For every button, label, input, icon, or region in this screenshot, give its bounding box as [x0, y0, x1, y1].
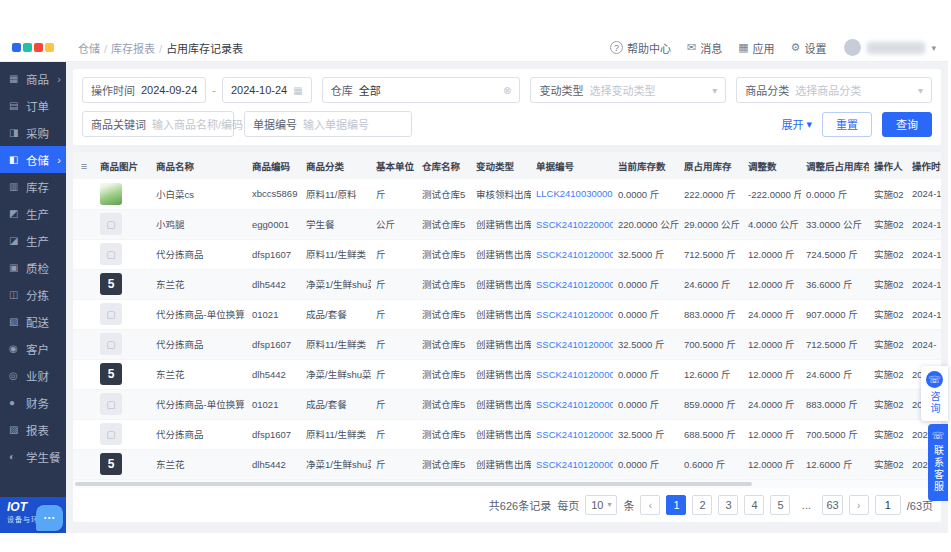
sidebar-menu: ▦商品›▤订单◨采购◧仓储›▥库存◩生产◪生产▣质检◫分拣▧配送◉客户◎业财●财…: [0, 62, 66, 497]
cell-operator: 实施02: [869, 389, 907, 419]
sidebar-item-label: 生产: [26, 233, 49, 249]
table-card: ≡ 商品图片商品名称商品编码商品分类基本单位仓库名称变动类型单据编号当前库存数原…: [73, 152, 941, 522]
next-page-button[interactable]: ›: [849, 495, 869, 515]
chevron-down-icon: ▾: [806, 118, 812, 131]
column-header: 原占用库存: [679, 152, 743, 179]
cell-original: 859.0000 斤: [679, 389, 743, 419]
doc-number-link[interactable]: SSCK24101200001: [536, 429, 613, 440]
search-button[interactable]: 查询: [882, 112, 932, 137]
date-to-input[interactable]: 2024-10-24 ▦: [222, 77, 312, 103]
doc-number-input[interactable]: 单据编号 输入单据编号: [244, 111, 412, 137]
help-button[interactable]: ?帮助中心: [610, 40, 671, 56]
cell-code: dlh5442: [247, 359, 301, 389]
cell-warehouse: 测试仓库5: [417, 419, 471, 449]
warehouse-label: 仓库: [331, 82, 353, 98]
column-settings-icon[interactable]: ≡: [81, 160, 87, 172]
reset-button[interactable]: 重置: [822, 112, 872, 137]
warehouse-select[interactable]: 仓库 全部 ⊗: [322, 77, 521, 103]
page-button-5[interactable]: 5: [770, 495, 790, 515]
user-menu[interactable]: ▾: [844, 39, 936, 56]
sidebar-item-5[interactable]: ▥库存: [0, 173, 66, 200]
cell-current: 0.0000 斤: [613, 299, 679, 329]
page-jump-input[interactable]: [875, 495, 901, 515]
keyword-input[interactable]: 商品关键词 输入商品名称/编码: [82, 111, 234, 137]
sidebar-item-label: 分拣: [26, 287, 49, 303]
prev-page-button[interactable]: ‹: [640, 495, 660, 515]
page-button-4[interactable]: 4: [744, 495, 764, 515]
cell-unit: 斤: [371, 239, 417, 269]
doc-number-link[interactable]: LLCK24100300001: [536, 188, 613, 199]
clear-icon[interactable]: ⊗: [503, 85, 511, 96]
settings-button[interactable]: ⚙设置: [791, 40, 827, 56]
doc-number-link[interactable]: SSCK24101200003: [536, 279, 613, 290]
table-header-row: ≡ 商品图片商品名称商品编码商品分类基本单位仓库名称变动类型单据编号当前库存数原…: [73, 152, 941, 179]
sidebar-item-10[interactable]: ▧配送: [0, 308, 66, 335]
app-logo[interactable]: [0, 43, 66, 52]
keyword-label: 商品关键词: [91, 116, 146, 132]
doc-number-label: 单据编号: [253, 116, 297, 132]
sidebar-item-8[interactable]: ▣质检: [0, 254, 66, 281]
chat-bubble[interactable]: ···: [36, 505, 63, 531]
doc-number-link[interactable]: SSCK24102200001: [536, 219, 613, 230]
cell-current: 0.0000 斤: [613, 269, 679, 299]
app-window: 仓储 库存报表 占用库存记录表 ?帮助中心✉消息▦应用⚙设置 ▾ ▦商品›▤订单…: [0, 34, 948, 533]
doc-number-link[interactable]: SSCK24101200002: [536, 369, 613, 380]
product-thumbnail: 5: [100, 363, 122, 385]
sidebar-item-7[interactable]: ◪生产: [0, 227, 66, 254]
page-button-2[interactable]: 2: [692, 495, 712, 515]
cell-operator: 实施02: [869, 419, 907, 449]
doc-number-link[interactable]: SSCK24101200004: [536, 249, 613, 260]
apps-button[interactable]: ▦应用: [738, 40, 774, 56]
cell-current: 220.0000 公斤: [613, 209, 679, 239]
chevron-down-icon: ▾: [918, 85, 923, 96]
horizontal-scrollbar: [73, 480, 941, 488]
page-button-3[interactable]: 3: [718, 495, 738, 515]
consult-widget[interactable]: ☏ 咨询: [921, 366, 948, 421]
change-type-select[interactable]: 变动类型 选择变动类型 ▾: [530, 77, 726, 103]
settings-label: 设置: [804, 40, 826, 56]
messages-button[interactable]: ✉消息: [687, 40, 722, 56]
column-header: 操作人: [869, 152, 907, 179]
breadcrumb-item[interactable]: 仓储: [78, 40, 100, 56]
sidebar-item-3[interactable]: ◨采购: [0, 119, 66, 146]
breadcrumb-item[interactable]: 库存报表: [104, 40, 155, 56]
sidebar-item-4[interactable]: ◧仓储›: [0, 146, 66, 173]
cell-original: 29.0000 公斤: [679, 209, 743, 239]
page-button-63[interactable]: 63: [822, 495, 842, 515]
doc-number-link[interactable]: SSCK24101200002: [536, 399, 613, 410]
doc-number-link[interactable]: SSCK24101200003: [536, 339, 613, 350]
sidebar-item-1[interactable]: ▦商品›: [0, 65, 66, 92]
product-thumbnail: ▢: [100, 213, 122, 235]
cell-operator: 实施02: [869, 449, 907, 479]
sidebar-item-6[interactable]: ◩生产: [0, 200, 66, 227]
date-from-input[interactable]: 操作时间 2024-09-24: [82, 77, 206, 103]
product-thumbnail: [100, 183, 122, 205]
sidebar-item-2[interactable]: ▤订单: [0, 92, 66, 119]
per-page-select[interactable]: 10 ▾: [585, 495, 617, 515]
cell-category: 学生餐: [301, 209, 371, 239]
scrollbar-thumb[interactable]: [75, 482, 752, 486]
column-header: 基本单位: [371, 152, 417, 179]
cell-warehouse: 测试仓库5: [417, 179, 471, 209]
expand-link[interactable]: 展开▾: [781, 116, 812, 132]
logo-tile-yellow: [45, 43, 54, 52]
column-header: 商品名称: [151, 152, 247, 179]
product-thumbnail: ▢: [100, 423, 122, 445]
sidebar-item-11[interactable]: ◉客户: [0, 335, 66, 362]
page-button-1[interactable]: 1: [666, 495, 686, 515]
cell-name: 代分拣商品: [151, 239, 247, 269]
sidebar-item-12[interactable]: ◎业财: [0, 362, 66, 389]
doc-number-link[interactable]: SSCK24101200001: [536, 459, 613, 470]
contact-service-widget[interactable]: ☏ 联系客服: [928, 424, 948, 501]
sidebar-item-15[interactable]: ◐学生餐: [0, 443, 66, 470]
sidebar-item-14[interactable]: ▨报表: [0, 416, 66, 443]
category-select[interactable]: 商品分类 选择商品分类 ▾: [736, 77, 932, 103]
sidebar-item-13[interactable]: ●财务: [0, 389, 66, 416]
sidebar-item-9[interactable]: ◫分拣: [0, 281, 66, 308]
column-header: 调整后占用库存: [801, 152, 869, 179]
sidebar-item-label: 配送: [26, 314, 49, 330]
records-table: ≡ 商品图片商品名称商品编码商品分类基本单位仓库名称变动类型单据编号当前库存数原…: [73, 152, 941, 480]
doc-number-link[interactable]: SSCK24101200003: [536, 309, 613, 320]
cell-operator: 实施02: [869, 269, 907, 299]
menu-icon: ◪: [9, 235, 21, 246]
